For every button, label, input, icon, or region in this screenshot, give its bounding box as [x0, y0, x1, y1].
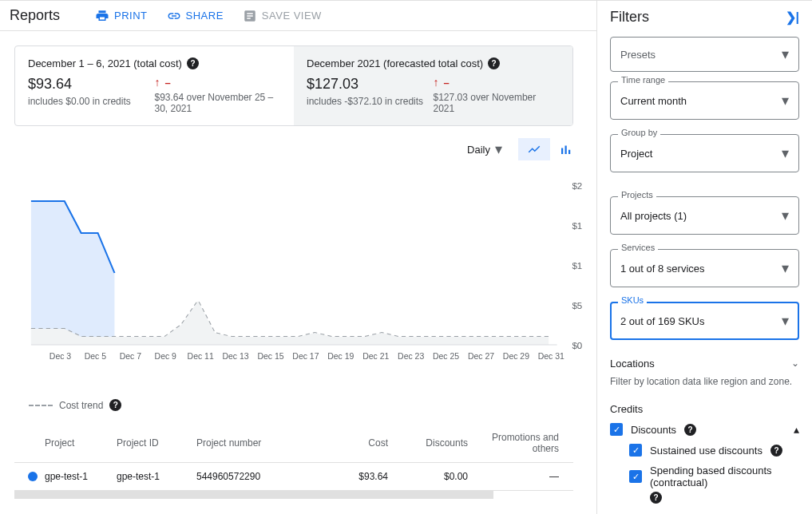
- current-title: December 1 – 6, 2021 (total cost): [28, 57, 182, 69]
- help-icon[interactable]: ?: [488, 57, 500, 69]
- svg-text:$10: $10: [572, 261, 582, 271]
- chevron-down-icon: [782, 259, 789, 277]
- save-view-button[interactable]: SAVE VIEW: [243, 9, 322, 23]
- svg-text:Dec 3: Dec 3: [50, 352, 72, 361]
- sustained-use-checkbox-row[interactable]: ✓ Sustained use discounts ?: [610, 444, 799, 457]
- link-icon: [167, 9, 181, 23]
- share-button[interactable]: SHARE: [167, 9, 224, 23]
- legend-dash-icon: [29, 405, 53, 406]
- forecast-amount: $127.03: [307, 76, 434, 93]
- forecast-title: December 2021 (forecasted total cost): [307, 57, 483, 69]
- svg-rect-0: [561, 148, 563, 155]
- credits-section-label: Credits: [610, 403, 799, 415]
- svg-text:Dec 5: Dec 5: [85, 352, 107, 361]
- presets-select[interactable]: Presets: [610, 37, 799, 72]
- svg-text:$5: $5: [572, 301, 582, 310]
- svg-text:Dec 27: Dec 27: [468, 352, 494, 361]
- chevron-down-icon: [782, 92, 789, 109]
- bar-chart-icon: [559, 142, 573, 156]
- interval-select[interactable]: Daily: [461, 136, 509, 163]
- checkbox-checked-icon: ✓: [629, 444, 642, 457]
- chevron-down-icon: [782, 144, 789, 162]
- horizontal-scrollbar[interactable]: [14, 491, 493, 499]
- current-credits: includes $0.00 in credits: [28, 96, 155, 107]
- dash-icon: –: [444, 77, 450, 89]
- chevron-down-icon: [782, 207, 789, 224]
- svg-text:$20: $20: [572, 181, 582, 191]
- svg-text:Dec 25: Dec 25: [433, 352, 459, 361]
- chevron-down-icon: ⌄: [791, 358, 799, 370]
- filters-panel: Filters ❯| Presets Time range Current mo…: [596, 0, 812, 514]
- arrow-up-icon: ↑: [434, 76, 439, 89]
- line-chart-button[interactable]: [518, 138, 550, 160]
- svg-rect-1: [565, 146, 567, 155]
- cost-table: Project Project ID Project number Cost D…: [14, 424, 573, 499]
- forecast-credits: includes -$372.10 in credits: [307, 96, 434, 107]
- help-icon[interactable]: ?: [770, 445, 782, 457]
- cost-chart: $0 $5 $10 $15 $20 Dec 3 Dec 5: [14, 169, 582, 393]
- help-icon[interactable]: ?: [109, 399, 121, 411]
- current-delta: $93.64 over November 25 – 30, 2021: [155, 92, 282, 114]
- checkbox-checked-icon: ✓: [629, 470, 642, 483]
- topbar: Reports PRINT SHARE SAVE VIEW: [0, 1, 596, 30]
- dash-icon: –: [165, 77, 171, 89]
- svg-text:Dec 7: Dec 7: [120, 352, 142, 361]
- series-dot-icon: [28, 472, 38, 481]
- forecast-cost-card: December 2021 (forecasted total cost) ? …: [294, 46, 572, 125]
- locations-toggle[interactable]: Locations ⌄: [610, 354, 799, 373]
- table-header: Project Project ID Project number Cost D…: [14, 424, 573, 463]
- help-icon[interactable]: ?: [684, 424, 696, 436]
- svg-text:Dec 23: Dec 23: [398, 352, 424, 361]
- skus-select[interactable]: 2 out of 169 SKUs: [610, 302, 799, 340]
- bar-chart-button[interactable]: [550, 138, 582, 160]
- collapse-panel-icon[interactable]: ❯|: [786, 10, 799, 25]
- spending-based-checkbox-row[interactable]: ✓ Spending based discounts (contractual): [610, 465, 799, 488]
- svg-text:Dec 21: Dec 21: [362, 352, 389, 361]
- discounts-checkbox-row[interactable]: ✓ Discounts ?: [610, 423, 799, 436]
- chevron-down-icon: [782, 312, 789, 330]
- svg-text:Dec 11: Dec 11: [188, 352, 214, 361]
- svg-text:Dec 31: Dec 31: [538, 352, 564, 361]
- projects-select[interactable]: All projects (1): [610, 196, 799, 235]
- filters-title: Filters: [610, 9, 649, 26]
- help-icon[interactable]: ?: [650, 492, 662, 504]
- arrow-up-icon: ↑: [155, 76, 160, 89]
- locations-hint: Filter by location data like region and …: [610, 376, 799, 387]
- svg-text:Dec 9: Dec 9: [155, 352, 177, 361]
- chevron-up-icon[interactable]: [794, 423, 799, 436]
- checkbox-checked-icon: ✓: [610, 423, 623, 436]
- svg-rect-2: [568, 150, 570, 154]
- svg-text:$15: $15: [572, 221, 582, 231]
- current-cost-card: December 1 – 6, 2021 (total cost) ? $93.…: [15, 46, 294, 125]
- svg-text:Dec 15: Dec 15: [257, 352, 283, 361]
- chart-legend: Cost trend ?: [29, 399, 596, 411]
- save-view-icon: [243, 9, 257, 23]
- svg-text:Dec 13: Dec 13: [223, 352, 249, 361]
- print-button[interactable]: PRINT: [95, 9, 148, 23]
- table-row[interactable]: gpe-test-1 gpe-test-1 544960572290 $93.6…: [14, 463, 573, 491]
- print-icon: [95, 9, 109, 23]
- services-select[interactable]: 1 out of 8 services: [610, 249, 799, 287]
- group-by-select[interactable]: Project: [610, 134, 799, 172]
- chevron-down-icon: [782, 45, 789, 63]
- svg-text:Dec 17: Dec 17: [292, 352, 319, 361]
- help-icon[interactable]: ?: [187, 57, 199, 69]
- forecast-delta: $127.03 over November 2021: [434, 92, 560, 114]
- svg-text:Dec 29: Dec 29: [503, 352, 529, 361]
- summary-cards: December 1 – 6, 2021 (total cost) ? $93.…: [14, 45, 573, 126]
- current-amount: $93.64: [28, 76, 155, 93]
- chevron-down-icon: [495, 140, 502, 158]
- svg-text:$0: $0: [572, 341, 582, 350]
- time-range-select[interactable]: Current month: [610, 81, 799, 120]
- page-title: Reports: [10, 7, 60, 24]
- line-chart-icon: [527, 142, 541, 156]
- svg-text:Dec 19: Dec 19: [327, 352, 354, 361]
